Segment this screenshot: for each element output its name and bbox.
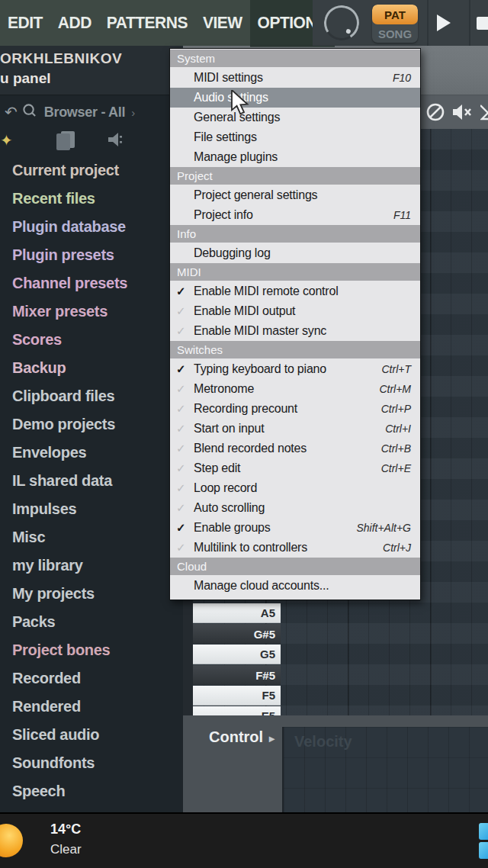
sidebar-item-recent-files[interactable]: Recent files — [12, 185, 183, 213]
menu-item-label: Step edit — [194, 461, 381, 475]
browser-bar[interactable]: ↶ Browser - All › — [0, 96, 183, 128]
sidebar-item-speech[interactable]: Speech — [12, 777, 183, 805]
sidebar-item-packs[interactable]: Packs — [12, 608, 183, 636]
song-mode-button[interactable]: SONG — [372, 24, 418, 43]
sidebar-item-sliced-audio[interactable]: Sliced audio — [12, 721, 183, 749]
mouse-cursor — [230, 90, 253, 116]
checkmark-icon: ✓ — [176, 541, 194, 555]
sidebar-item-current-project[interactable]: Current project — [12, 156, 183, 185]
menu-item-project-info[interactable]: Project infoF11 — [170, 205, 420, 225]
sidebar-item-envelopes[interactable]: Envelopes — [12, 439, 183, 467]
volume-knob[interactable] — [321, 2, 363, 44]
sidebar-item-backup[interactable]: Backup — [12, 354, 183, 382]
menu-item-file-settings[interactable]: File settings — [170, 127, 420, 147]
piano-key-f5[interactable]: F5 — [193, 686, 281, 706]
menu-item-label: Manage cloud accounts... — [194, 579, 411, 593]
sidebar-item-recorded[interactable]: Recorded — [12, 664, 183, 693]
menu-item-label: Enable groups — [194, 521, 356, 535]
menu-section-switches: Switches — [170, 341, 420, 358]
menu-item-enable-midi-output[interactable]: ✓Enable MIDI output — [170, 301, 420, 321]
sidebar-item-misc[interactable]: Misc — [12, 523, 183, 551]
star-icon[interactable]: ✦ — [0, 131, 13, 149]
menu-section-midi: MIDI — [170, 263, 420, 281]
menu-item-shortcut: Ctrl+E — [381, 462, 411, 474]
menu-item-shortcut: Ctrl+T — [382, 363, 412, 375]
search-icon[interactable] — [22, 103, 37, 121]
menu-item-midi-settings[interactable]: MIDI settingsF10 — [170, 68, 420, 88]
menu-item-metronome[interactable]: ✓MetronomeCtrl+M — [170, 379, 420, 399]
menu-item-audio-settings[interactable]: Audio settings — [170, 88, 420, 108]
sidebar-icon-row: ✦ — [0, 128, 183, 157]
browser-path-label[interactable]: Browser - All — [44, 104, 125, 121]
slide-icon[interactable] — [480, 102, 488, 125]
weather-sun-icon[interactable] — [0, 824, 23, 857]
sidebar-item-soundfonts[interactable]: Soundfonts — [12, 749, 183, 777]
copy-pages-icon[interactable] — [61, 131, 75, 148]
play-button[interactable] — [427, 0, 459, 46]
menu-item-loop-record[interactable]: ✓Loop record — [170, 478, 420, 498]
sidebar-item-project-bones[interactable]: Project bones — [12, 636, 183, 664]
menu-item-label: Recording precount — [194, 402, 381, 416]
pattern-mode-button[interactable]: PAT — [372, 5, 418, 24]
back-arrow-icon[interactable]: ↶ — [5, 103, 18, 121]
control-selector[interactable]: Control▸ — [209, 728, 274, 746]
menu-item-shortcut: Ctrl+J — [383, 542, 411, 554]
menu-item-auto-scrolling[interactable]: ✓Auto scrolling — [170, 498, 420, 518]
menu-item-label: Enable MIDI master sync — [194, 324, 411, 338]
sidebar-item-impulses[interactable]: Impulses — [12, 495, 183, 523]
menu-item-label: Enable MIDI remote control — [194, 285, 411, 298]
sidebar-item-il-shared-data[interactable]: IL shared data — [12, 467, 183, 495]
menu-item-enable-groups[interactable]: ✓Enable groupsShift+Alt+G — [170, 518, 420, 538]
window-title-line2: u panel — [0, 70, 51, 87]
menu-item-debugging-log[interactable]: Debugging log — [170, 243, 420, 263]
mute-speaker-icon[interactable] — [451, 102, 474, 125]
windows-start-icon[interactable] — [479, 823, 488, 860]
piano-key-g-5[interactable]: G#5 — [193, 624, 281, 644]
menubar-item-add[interactable]: ADD — [50, 0, 99, 47]
weather-temperature[interactable]: 14°C — [50, 821, 81, 837]
menubar-item-edit[interactable]: EDIT — [0, 0, 50, 47]
menu-item-step-edit[interactable]: ✓Step editCtrl+E — [170, 458, 420, 478]
menu-item-shortcut: F11 — [393, 209, 411, 221]
piano-key-e5[interactable]: E5 — [193, 706, 281, 715]
stop-button[interactable] — [469, 0, 488, 46]
menu-item-shortcut: Ctrl+B — [381, 442, 411, 455]
piano-key-a5[interactable]: A5 — [193, 603, 281, 623]
pat-song-toggle[interactable]: PAT SONG — [372, 5, 418, 43]
sidebar-item-my-library[interactable]: my library — [12, 551, 183, 580]
sidebar-item-plugin-presets[interactable]: Plugin presets — [12, 241, 183, 269]
menu-section-system: System — [170, 50, 420, 67]
piano-key-f-5[interactable]: F#5 — [193, 665, 281, 685]
sidebar-item-plugin-database[interactable]: Plugin database — [12, 213, 183, 241]
sidebar-item-rendered[interactable]: Rendered — [12, 693, 183, 721]
sidebar-item-scores[interactable]: Scores — [12, 326, 183, 354]
menu-item-general-settings[interactable]: General settings — [170, 108, 420, 127]
menu-item-project-general-settings[interactable]: Project general settings — [170, 185, 420, 205]
menubar-item-patterns[interactable]: PATTERNS — [99, 0, 195, 47]
menu-item-manage-cloud-accounts[interactable]: Manage cloud accounts... — [170, 576, 420, 596]
sidebar-item-my-projects[interactable]: My projects — [12, 580, 183, 608]
browser-category-list: Current projectRecent filesPlugin databa… — [0, 156, 183, 812]
menu-item-enable-midi-master-sync[interactable]: ✓Enable MIDI master sync — [170, 321, 420, 341]
checkmark-icon: ✓ — [176, 422, 194, 436]
menubar-item-view[interactable]: VIEW — [195, 0, 250, 47]
sidebar-item-mixer-presets[interactable]: Mixer presets — [12, 297, 183, 326]
control-label: Control — [209, 728, 263, 745]
sidebar-item-clipboard-files[interactable]: Clipboard files — [12, 382, 183, 410]
piano-key-g5[interactable]: G5 — [193, 645, 281, 664]
menu-item-label: Blend recorded notes — [194, 442, 381, 455]
menu-item-label: Auto scrolling — [194, 501, 411, 515]
menu-item-enable-midi-remote-control[interactable]: ✓Enable MIDI remote control — [170, 281, 420, 301]
menu-item-start-on-input[interactable]: ✓Start on inputCtrl+I — [170, 419, 420, 439]
sidebar-item-channel-presets[interactable]: Channel presets — [12, 269, 183, 297]
menu-item-typing-keyboard-to-piano[interactable]: ✓Typing keyboard to pianoCtrl+T — [170, 359, 420, 379]
menu-item-recording-precount[interactable]: ✓Recording precountCtrl+P — [170, 399, 420, 419]
sidebar-item-demo-projects[interactable]: Demo projects — [12, 410, 183, 439]
weather-condition[interactable]: Clear — [50, 842, 82, 857]
velocity-lane[interactable]: Velocity — [282, 727, 488, 812]
menu-item-manage-plugins[interactable]: Manage plugins — [170, 147, 420, 167]
menu-item-multilink-to-controllers[interactable]: ✓Multilink to controllersCtrl+J — [170, 538, 420, 558]
block-icon[interactable] — [425, 102, 445, 125]
speaker-icon[interactable] — [107, 130, 127, 152]
menu-item-blend-recorded-notes[interactable]: ✓Blend recorded notesCtrl+B — [170, 439, 420, 458]
